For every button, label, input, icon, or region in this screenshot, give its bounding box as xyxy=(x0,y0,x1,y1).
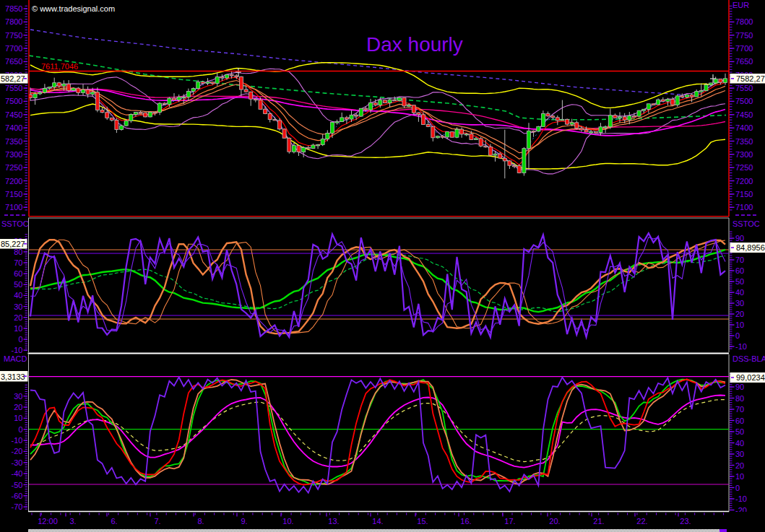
svg-text:7150: 7150 xyxy=(5,190,22,199)
svg-text:7750: 7750 xyxy=(735,31,753,40)
svg-text:30: 30 xyxy=(735,450,744,458)
svg-text:99,0234: 99,0234 xyxy=(736,373,765,382)
svg-text:0: 0 xyxy=(735,331,740,340)
svg-text:20: 20 xyxy=(14,313,22,322)
svg-text:SSTOC: SSTOC xyxy=(1,219,29,228)
svg-text:80: 80 xyxy=(14,248,22,256)
svg-text:7400: 7400 xyxy=(5,123,22,132)
svg-text:10: 10 xyxy=(14,414,22,422)
svg-text:-50: -50 xyxy=(12,481,23,489)
svg-text:7100: 7100 xyxy=(5,203,22,212)
svg-text:582,27: 582,27 xyxy=(1,74,25,83)
svg-text:90: 90 xyxy=(735,383,744,391)
svg-text:0: 0 xyxy=(18,425,22,434)
svg-text:10.: 10. xyxy=(282,517,293,526)
svg-text:7300: 7300 xyxy=(5,150,22,159)
svg-text:90: 90 xyxy=(735,234,744,243)
svg-text:30: 30 xyxy=(14,302,22,311)
svg-text:3,3133: 3,3133 xyxy=(1,372,25,381)
svg-text:7350: 7350 xyxy=(735,137,753,146)
svg-text:9.: 9. xyxy=(241,517,247,526)
svg-text:6.: 6. xyxy=(111,517,117,526)
svg-text:-70: -70 xyxy=(12,502,23,511)
svg-text:-10: -10 xyxy=(735,494,747,503)
svg-text:7650: 7650 xyxy=(5,57,22,66)
svg-text:-10: -10 xyxy=(12,436,23,445)
svg-text:7850: 7850 xyxy=(5,4,22,13)
svg-text:14.: 14. xyxy=(372,517,383,526)
svg-text:-40: -40 xyxy=(12,469,23,478)
svg-text:Dax hourly: Dax hourly xyxy=(366,33,463,56)
svg-text:15.: 15. xyxy=(417,517,428,526)
svg-text:7450: 7450 xyxy=(5,110,22,119)
svg-text:-20: -20 xyxy=(12,447,23,455)
svg-text:8.: 8. xyxy=(197,517,204,526)
svg-text:7450: 7450 xyxy=(735,110,753,119)
svg-text:22.: 22. xyxy=(636,517,647,526)
svg-text:7350: 7350 xyxy=(5,137,22,146)
svg-text:50: 50 xyxy=(14,280,22,289)
svg-text:SSTOC: SSTOC xyxy=(732,219,760,228)
svg-text:7300: 7300 xyxy=(735,150,753,159)
svg-text:84,8956: 84,8956 xyxy=(736,243,765,252)
svg-text:85,227: 85,227 xyxy=(1,240,25,248)
svg-text:7250: 7250 xyxy=(735,163,753,172)
svg-text:23.: 23. xyxy=(680,517,691,526)
svg-text:80: 80 xyxy=(735,394,744,403)
svg-text:21.: 21. xyxy=(593,517,604,526)
svg-text:© www.tradesignal.com: © www.tradesignal.com xyxy=(32,4,115,13)
svg-text:-10: -10 xyxy=(12,346,23,354)
svg-text:7500: 7500 xyxy=(5,97,22,105)
svg-text:7582,27: 7582,27 xyxy=(736,74,765,83)
svg-text:50: 50 xyxy=(735,427,744,436)
svg-text:7700: 7700 xyxy=(735,44,753,53)
svg-text:7400: 7400 xyxy=(735,123,753,132)
svg-text:7611,7046: 7611,7046 xyxy=(41,62,78,71)
svg-text:60: 60 xyxy=(735,417,744,425)
svg-text:-60: -60 xyxy=(12,492,23,500)
svg-text:7250: 7250 xyxy=(5,163,22,172)
svg-text:10: 10 xyxy=(735,472,744,481)
svg-text:7100: 7100 xyxy=(735,203,753,212)
svg-text:30: 30 xyxy=(735,299,744,308)
svg-text:20: 20 xyxy=(735,461,744,470)
svg-text:17.: 17. xyxy=(504,517,515,526)
svg-text:EUR: EUR xyxy=(732,1,749,9)
svg-text:7.: 7. xyxy=(154,517,160,526)
svg-text:20.: 20. xyxy=(549,517,560,526)
svg-text:70: 70 xyxy=(735,405,744,414)
svg-text:7650: 7650 xyxy=(735,57,753,66)
svg-text:3.: 3. xyxy=(69,517,76,526)
svg-text:7200: 7200 xyxy=(5,177,22,186)
svg-text:7200: 7200 xyxy=(735,177,753,186)
svg-text:DSS-BLA: DSS-BLA xyxy=(732,354,765,363)
svg-text:10: 10 xyxy=(735,320,744,329)
svg-text:70: 70 xyxy=(735,256,744,264)
svg-text:7700: 7700 xyxy=(5,44,22,53)
svg-text:40: 40 xyxy=(735,288,744,297)
svg-text:0: 0 xyxy=(18,335,22,344)
svg-text:60: 60 xyxy=(735,266,744,275)
svg-text:7550: 7550 xyxy=(735,84,753,92)
svg-text:MACD: MACD xyxy=(4,354,27,363)
svg-text:-10: -10 xyxy=(735,342,747,351)
svg-text:7550: 7550 xyxy=(5,84,22,92)
svg-text:-30: -30 xyxy=(12,458,23,467)
svg-text:7750: 7750 xyxy=(5,31,22,40)
svg-text:13.: 13. xyxy=(328,517,339,526)
svg-text:12:00: 12:00 xyxy=(38,517,58,526)
svg-text:16.: 16. xyxy=(460,517,471,526)
svg-text:0: 0 xyxy=(735,484,740,492)
svg-text:7800: 7800 xyxy=(5,17,22,26)
svg-text:40: 40 xyxy=(14,291,22,300)
svg-text:20: 20 xyxy=(735,310,744,318)
svg-text:7150: 7150 xyxy=(735,190,753,199)
svg-text:70: 70 xyxy=(14,258,22,267)
svg-text:60: 60 xyxy=(14,269,22,278)
svg-text:10: 10 xyxy=(14,324,22,333)
svg-text:7800: 7800 xyxy=(735,17,753,26)
svg-text:50: 50 xyxy=(735,277,744,286)
svg-text:7500: 7500 xyxy=(735,97,753,105)
svg-text:40: 40 xyxy=(735,439,744,448)
svg-text:20: 20 xyxy=(14,403,22,411)
